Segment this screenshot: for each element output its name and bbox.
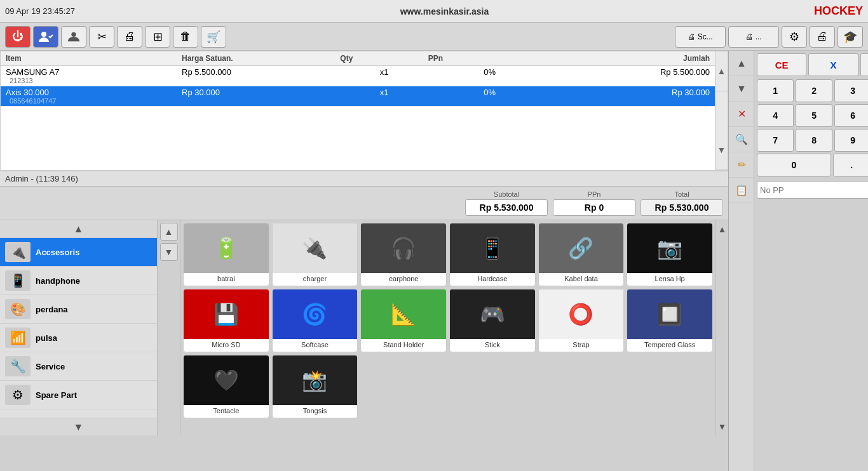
product-card-batrai[interactable]: 🔋 batrai bbox=[183, 223, 269, 286]
product-card-hardcase[interactable]: 📱 Hardcase bbox=[449, 223, 536, 286]
sidebar-item-handphone[interactable]: 📱 handphone bbox=[0, 267, 157, 295]
tx-item-name: Axis 30.000 085646104747 bbox=[6, 88, 182, 105]
col-harga: Harga Satuan. bbox=[182, 54, 340, 63]
num-2-button[interactable]: 2 bbox=[796, 79, 832, 102]
category-label: perdana bbox=[36, 305, 68, 314]
product-card-strap[interactable]: ⭕ Strap bbox=[538, 289, 625, 352]
subtotal-group: Subtotal Rp 5.530.000 bbox=[465, 190, 548, 216]
product-card-kabel-data[interactable]: 🔗 Kabel data bbox=[538, 223, 625, 286]
calc-up-icon[interactable]: ▲ bbox=[729, 51, 754, 76]
bottom-section: ▲ 🔌 Accsesoris 📱 handphone 🎨 perdana 📶 p… bbox=[0, 220, 728, 435]
sidebar-item-pulsa[interactable]: 📶 pulsa bbox=[0, 324, 157, 352]
product-grid-area: 🔋 batrai 🔌 charger 🎧 earphone 📱 Hardcase… bbox=[180, 220, 715, 435]
num-7-button[interactable]: 7 bbox=[757, 129, 794, 152]
product-card-tentacle[interactable]: 🖤 Tentacle bbox=[183, 355, 269, 418]
col-jumlah: Jumlah bbox=[552, 54, 710, 63]
user-button[interactable] bbox=[61, 26, 86, 48]
calc-grid: CE X — 1 2 3 + 4 5 6 bbox=[754, 51, 868, 471]
num-1-button[interactable]: 1 bbox=[757, 79, 794, 102]
add-user-button[interactable] bbox=[33, 26, 58, 48]
sidebar-item-service[interactable]: 🔧 Service bbox=[0, 352, 157, 381]
product-card-tongsis[interactable]: 📸 Tongsis bbox=[272, 355, 358, 418]
product-name: earphone bbox=[388, 273, 420, 284]
product-card-stand-holder[interactable]: 📐 Stand Holder bbox=[360, 289, 447, 352]
scan-button[interactable]: 🖨 Sc... bbox=[675, 26, 726, 48]
ce-button[interactable]: CE bbox=[757, 53, 806, 76]
calc-icons: ▲ ▼ ✕ 🔍 ✏ 📋 bbox=[729, 51, 754, 471]
calc-notes-icon[interactable]: 📋 bbox=[729, 178, 754, 203]
num-9-button[interactable]: 9 bbox=[834, 129, 868, 152]
tx-scroll-up[interactable]: ▲ bbox=[715, 51, 728, 91]
product-image: 📷 bbox=[627, 223, 712, 273]
content-row: Item Harga Satuan. Qty PPn Jumlah SAMSUN… bbox=[0, 51, 868, 471]
sidebar-item-spare-part[interactable]: ⚙ Spare Part bbox=[0, 381, 157, 409]
multiply-button[interactable]: X bbox=[808, 53, 858, 76]
category-scroll-up[interactable]: ▲ bbox=[0, 220, 157, 238]
product-card-lensa-hp[interactable]: 📷 Lensa Hp bbox=[627, 223, 713, 286]
product-name: Tentacle bbox=[212, 405, 240, 416]
trash-button[interactable]: 🗑 bbox=[173, 26, 198, 48]
tx-ppn: 0% bbox=[428, 67, 552, 84]
product-name: Micro SD bbox=[210, 339, 241, 350]
graduate-button[interactable]: 🎓 bbox=[837, 26, 863, 48]
subcat-nav: ▲ ▼ bbox=[158, 220, 180, 435]
settings-button[interactable]: ⚙ bbox=[782, 26, 807, 48]
grid-scroll-down[interactable]: ▼ bbox=[716, 418, 728, 435]
tx-scroll-down[interactable]: ▼ bbox=[715, 130, 728, 170]
product-card-charger[interactable]: 🔌 charger bbox=[272, 223, 358, 286]
num-0-button[interactable]: 0 bbox=[757, 154, 831, 176]
col-ppn: PPn bbox=[428, 54, 552, 63]
num-4-button[interactable]: 4 bbox=[757, 104, 794, 127]
num-8-button[interactable]: 8 bbox=[796, 129, 832, 152]
product-name: Tongsis bbox=[302, 405, 328, 416]
scissors-button[interactable]: ✂ bbox=[89, 26, 114, 48]
calc-down-icon[interactable]: ▼ bbox=[729, 76, 754, 102]
product-image: 🎮 bbox=[450, 289, 535, 339]
product-card-micro-sd[interactable]: 💾 Micro SD bbox=[183, 289, 269, 352]
product-card-stick[interactable]: 🎮 Stick bbox=[449, 289, 536, 352]
num-3-button[interactable]: 3 bbox=[834, 79, 868, 102]
category-scroll-down[interactable]: ▼ bbox=[0, 418, 157, 435]
grid-scroll-up[interactable]: ▲ bbox=[716, 220, 728, 238]
tx-qty: x1 bbox=[340, 67, 428, 84]
table-row[interactable]: Axis 30.000 085646104747 Rp 30.000 x1 0%… bbox=[1, 86, 715, 107]
product-name: batrai bbox=[216, 273, 236, 284]
calc-row-2: 4 5 6 bbox=[757, 104, 868, 127]
num-6-button[interactable]: 6 bbox=[834, 104, 868, 127]
dot-button[interactable]: . bbox=[833, 154, 868, 176]
tx-item-name: SAMSUNG A7 212313 bbox=[6, 67, 182, 84]
product-card-tempered-glass[interactable]: 🔲 Tempered Glass bbox=[627, 289, 713, 352]
calculator-panel: ▲ ▼ ✕ 🔍 ✏ 📋 CE X — bbox=[728, 51, 868, 471]
tx-jumlah: Rp 5.500.000 bbox=[552, 67, 710, 84]
print2-button[interactable]: 🖨 ... bbox=[728, 26, 779, 48]
grid-button[interactable]: ⊞ bbox=[145, 26, 170, 48]
calc-edit-icon[interactable]: ✏ bbox=[729, 152, 754, 178]
tx-scroll-middle bbox=[715, 91, 728, 131]
cart-button[interactable]: 🛒 bbox=[201, 26, 226, 48]
total-group: Total Rp 5.530.000 bbox=[641, 190, 723, 216]
toolbar-left: ⏻ ✂ 🖨 ⊞ 🗑 🛒 bbox=[5, 26, 226, 48]
print3-button[interactable]: 🖨 bbox=[810, 26, 835, 48]
no-pp-input[interactable] bbox=[757, 181, 868, 199]
product-name: charger bbox=[302, 273, 328, 284]
calc-close-icon[interactable]: ✕ bbox=[729, 102, 754, 127]
sidebar-item-accsesoris[interactable]: 🔌 Accsesoris bbox=[0, 238, 157, 267]
print-button[interactable]: 🖨 bbox=[117, 26, 142, 48]
product-card-softcase[interactable]: 🌀 Softcase bbox=[272, 289, 358, 352]
total-label: Total bbox=[674, 190, 689, 198]
table-row[interactable]: SAMSUNG A7 212313 Rp 5.500.000 x1 0% Rp … bbox=[1, 66, 715, 86]
no-pp-row: ||| bbox=[757, 181, 868, 199]
minus-button[interactable]: — bbox=[860, 53, 868, 76]
total-value: Rp 5.530.000 bbox=[641, 199, 723, 216]
sidebar-item-perdana[interactable]: 🎨 perdana bbox=[0, 295, 157, 324]
col-item: Item bbox=[6, 54, 182, 63]
subcat-up[interactable]: ▲ bbox=[160, 223, 178, 241]
num-5-button[interactable]: 5 bbox=[796, 104, 832, 127]
subcat-down[interactable]: ▼ bbox=[160, 243, 178, 261]
category-label: pulsa bbox=[36, 333, 57, 343]
calc-search-icon[interactable]: 🔍 bbox=[729, 127, 754, 152]
power-button[interactable]: ⏻ bbox=[5, 26, 31, 48]
left-main: Item Harga Satuan. Qty PPn Jumlah SAMSUN… bbox=[0, 51, 728, 471]
datetime: 09 Apr 19 23:45:27 bbox=[5, 6, 75, 16]
product-card-earphone[interactable]: 🎧 earphone bbox=[360, 223, 447, 286]
